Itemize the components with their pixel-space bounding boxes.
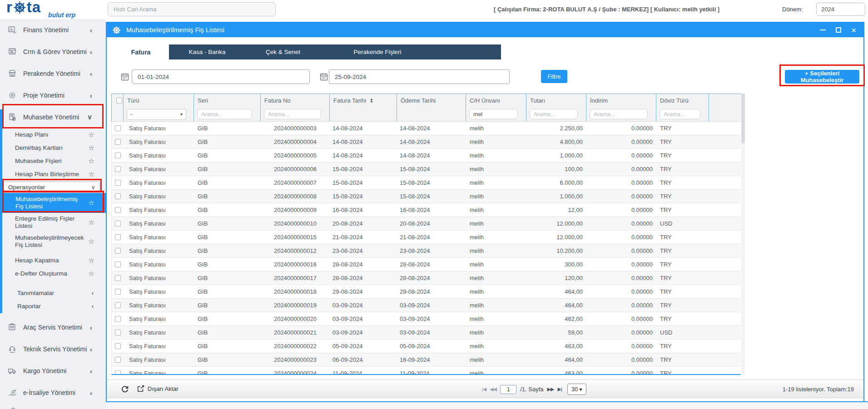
table-row[interactable]: Satış FaturasıGIB202400000001728-08-2024… (112, 271, 741, 285)
table-row[interactable]: Satış FaturasıGIB202400000000815-08-2024… (112, 190, 741, 203)
row-checkbox[interactable] (115, 125, 121, 131)
table-row[interactable]: Satış FaturasıGIB202400000002103-09-2024… (112, 326, 741, 340)
favorite-star-icon[interactable]: ☆ (89, 170, 94, 178)
column-header-i-ndirim[interactable]: İndirim (586, 94, 656, 107)
select-all-checkbox[interactable] (116, 98, 122, 103)
sidebar-item-operasyonlar[interactable]: Operasyonlar∨ (4, 182, 100, 192)
sort-icon[interactable]: ▲▼ (370, 98, 373, 103)
row-checkbox[interactable] (115, 139, 121, 145)
filtre-button[interactable]: Filtre (541, 70, 567, 83)
refresh-icon[interactable] (120, 384, 129, 394)
table-row[interactable]: Satış FaturasıGIB202400000002306-09-2024… (112, 353, 741, 367)
tab-perakende-fisleri[interactable]: Perakende Fişleri (321, 44, 434, 59)
table-row[interactable]: Satış FaturasıGIB202400000000715-08-2024… (112, 176, 741, 190)
table-row[interactable]: Satış FaturasıGIB202400000000615-08-2024… (112, 163, 741, 176)
sidebar-item-partial[interactable] (0, 404, 106, 409)
row-checkbox[interactable] (115, 180, 121, 186)
column-header-seri[interactable]: Seri (194, 94, 261, 107)
sidebar-item-muhasebelestirilmemis-fis-listesi[interactable]: Muhasebeleştirilmemiş Fiş Listesi☆ (0, 193, 106, 213)
row-checkbox[interactable] (115, 221, 121, 227)
row-checkbox[interactable] (115, 289, 121, 295)
row-checkbox[interactable] (115, 316, 121, 322)
table-row[interactable]: Satış FaturasıGIB202400000000414-08-2024… (112, 135, 741, 149)
sidebar-item-entegre-edilmis-fisler-listesi[interactable]: Entegre Edilmiş Fişler Listesi☆ (0, 213, 106, 232)
vertical-scrollbar[interactable] (741, 94, 745, 375)
sidebar-item-e-defter-olusturma[interactable]: e-Defter Oluşturma☆ (0, 267, 106, 280)
table-row[interactable]: Satış FaturasıGIB202400000001020-08-2024… (112, 217, 741, 231)
doviz-turu-filter-input[interactable] (660, 109, 700, 119)
sidebar-item-demirbas-kartlari[interactable]: Demirbaş Kartları☆ (0, 141, 106, 154)
sidebar-item-e-i-rsaliye-yonetimi[interactable]: e-İrsaliye Yönetimi‹ (0, 382, 106, 404)
quick-search-input[interactable] (108, 2, 276, 16)
row-checkbox[interactable] (115, 193, 121, 199)
sidebar-item-teknik-servis-yonetimi[interactable]: Teknik Servis Yönetimi‹ (0, 338, 106, 360)
next-page-icon[interactable]: ▶▶ (547, 386, 554, 392)
sidebar-item-muhasebe-fisleri[interactable]: Muhasebe Fişleri☆ (0, 154, 106, 168)
favorite-star-icon[interactable]: ☆ (89, 157, 94, 165)
sidebar-item-crm-gorev-yonetimi[interactable]: Crm & Görev Yönetimi‹ (0, 41, 106, 63)
row-checkbox[interactable] (115, 357, 121, 363)
row-checkbox[interactable] (115, 153, 121, 158)
table-row[interactable]: Satış FaturasıGIB202400000000314-08-2024… (112, 122, 741, 135)
calendar-icon[interactable] (120, 72, 129, 82)
sidebar-item-tanimlamalar[interactable]: Tanımlamalar‹ (0, 286, 106, 300)
tab-cek-senet[interactable]: Çek & Senet (245, 44, 321, 59)
period-input[interactable] (816, 3, 865, 16)
row-checkbox[interactable] (115, 166, 121, 172)
page-size-select[interactable]: 30 ▾ (567, 384, 586, 395)
app-logo[interactable]: r ta bulut erp (6, 0, 75, 19)
turu-filter-select[interactable]: -▾ (127, 109, 186, 120)
export-button[interactable]: Dışarı Aktar (137, 384, 179, 393)
maximize-button[interactable] (836, 27, 841, 33)
favorite-star-icon[interactable]: ☆ (89, 218, 94, 227)
table-row[interactable]: Satış FaturasıGIB202400000001903-09-2024… (112, 299, 741, 312)
calendar-icon[interactable] (319, 72, 328, 82)
row-checkbox[interactable] (115, 248, 121, 254)
table-row[interactable]: Satış FaturasıGIB202400000001628-08-2024… (112, 258, 741, 271)
table-row[interactable]: Satış FaturasıGIB202400000002003-09-2024… (112, 312, 741, 326)
column-header-doviz-turu[interactable]: Döviz Türü (656, 94, 709, 107)
row-checkbox[interactable] (115, 234, 121, 240)
seri-filter-input[interactable] (197, 109, 252, 119)
row-checkbox[interactable] (115, 302, 121, 308)
column-header-fatura-tarihi[interactable]: Fatura Tarihi▲▼ (330, 94, 397, 107)
tutari-filter-input[interactable] (530, 109, 578, 119)
sidebar-item-arac-servis-yonetimi[interactable]: Araç Servis Yönetimi‹ (0, 316, 106, 338)
favorite-star-icon[interactable]: ☆ (89, 131, 94, 139)
c-h-unvani-filter-input[interactable] (469, 109, 518, 119)
table-row[interactable]: Satış FaturasıGIB202400000000916-08-2024… (112, 203, 741, 217)
fatura-no-filter-input[interactable] (264, 109, 321, 119)
previous-page-icon[interactable]: ◀◀ (490, 386, 496, 392)
sidebar-item-kargo-yonetimi[interactable]: Kargo Yönetimi‹ (0, 360, 106, 382)
row-checkbox[interactable] (115, 261, 121, 267)
favorite-star-icon[interactable]: ☆ (89, 256, 94, 265)
column-header-turu[interactable]: Türü (124, 94, 194, 107)
sidebar-item-hesap-plani[interactable]: Hesap Planı☆ (0, 128, 106, 141)
favorite-star-icon[interactable]: ☆ (89, 270, 94, 278)
favorite-star-icon[interactable]: ☆ (89, 199, 94, 207)
tab-kasa-banka[interactable]: Kasa - Banka (169, 44, 245, 59)
table-row[interactable]: Satış FaturasıGIB202400000002411-09-2024… (112, 367, 741, 375)
table-row[interactable]: Satış FaturasıGIB202400000002205-09-2024… (112, 340, 741, 353)
favorite-star-icon[interactable]: ☆ (89, 237, 94, 246)
column-header-c-h-unvani[interactable]: C/H Ünvanı (466, 94, 526, 107)
table-row[interactable]: Satış FaturasıGIB202400000001521-08-2024… (112, 231, 741, 244)
date-from-input[interactable] (132, 69, 310, 84)
sidebar-item-raporlar[interactable]: Raporlar‹ (0, 300, 106, 313)
table-row[interactable]: Satış FaturasıGIB202400000000514-08-2024… (112, 149, 741, 163)
table-row[interactable]: Satış FaturasıGIB202400000001223-08-2024… (112, 244, 741, 258)
sidebar-item-hesap-plani-birlestirme[interactable]: Hesap Planı Birleştirme☆ (0, 168, 106, 181)
minimize-button[interactable] (820, 30, 826, 30)
sidebar-item-perakende-yonetimi[interactable]: Perakende Yönetimi‹ (0, 63, 106, 84)
row-checkbox[interactable] (115, 343, 121, 349)
i-ndirim-filter-input[interactable] (590, 109, 648, 119)
sidebar-item-muhasebelestirilmeyecek-fis-listesi[interactable]: Muhasebeleştirilmeyecek Fiş Listesi☆ (0, 232, 106, 251)
row-checkbox[interactable] (115, 275, 121, 281)
sidebar-item-proje-yonetimi[interactable]: Proje Yönetimi‹ (0, 84, 106, 106)
scrollbar-thumb[interactable] (741, 94, 745, 143)
last-page-icon[interactable]: ▶| (557, 386, 561, 392)
first-page-icon[interactable]: |◀ (482, 386, 486, 392)
page-number-input[interactable] (500, 385, 516, 394)
column-header-tutari[interactable]: Tutarı (526, 94, 586, 107)
tab-fatura[interactable]: Fatura (113, 44, 169, 59)
